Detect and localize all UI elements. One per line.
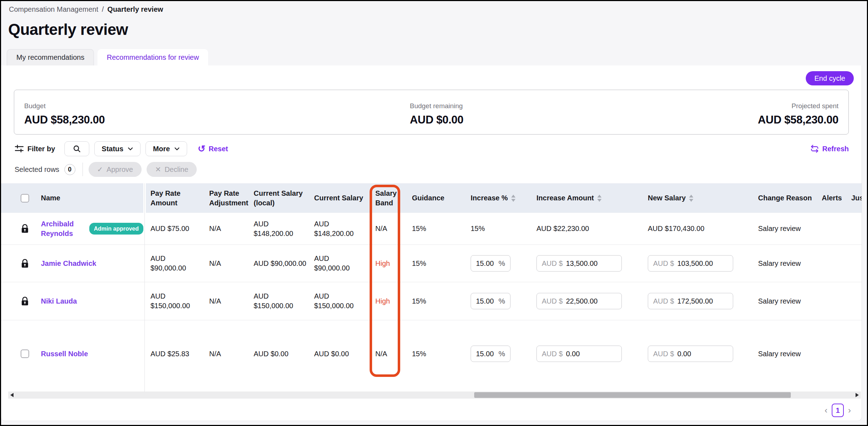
- scroll-left-arrow[interactable]: [10, 393, 14, 397]
- filter-by-text: Filter by: [27, 145, 55, 153]
- salary-band-cell: N/A: [364, 224, 401, 233]
- table-row: Jamie Chadwick AUD $90,000.00 N/A AUD $9…: [1, 245, 862, 282]
- column-header-current-salary: Current Salary: [307, 193, 364, 203]
- budget-item: Budget AUD $58,230.00: [24, 102, 105, 126]
- tab-my-recommendations[interactable]: My recommendations: [7, 49, 94, 65]
- increase-pct-input[interactable]: [476, 259, 498, 268]
- column-header-name: Name: [35, 193, 143, 203]
- status-filter-dropdown[interactable]: Status: [94, 141, 141, 156]
- column-header-pay-rate-amount: Pay Rate Amount: [143, 189, 202, 208]
- table-row: Niki Lauda AUD $150,000.00 N/A AUD $150,…: [1, 282, 862, 320]
- budget-summary-card: Budget AUD $58,230.00 Budget remaining A…: [14, 90, 849, 135]
- pay-rate-amount-cell: AUD $90,000.00: [143, 254, 202, 273]
- breadcrumb-parent-link[interactable]: Compensation Management: [9, 5, 98, 14]
- refresh-icon: [810, 145, 819, 153]
- lock-icon: [21, 224, 29, 233]
- reset-filters-button[interactable]: ↺ Reset: [198, 144, 228, 153]
- search-button[interactable]: [64, 141, 89, 156]
- new-salary-cell: AUD $170,430.00: [642, 224, 753, 233]
- currency-prefix: AUD $: [542, 296, 563, 306]
- selected-rows-count-badge: 0: [64, 164, 75, 175]
- employee-name-link[interactable]: Jamie Chadwick: [41, 259, 96, 268]
- row-checkbox[interactable]: [21, 349, 29, 358]
- employee-name-link[interactable]: Niki Lauda: [41, 296, 77, 306]
- pay-rate-adjustment-cell: N/A: [202, 259, 247, 268]
- increase-pct-input[interactable]: [476, 350, 498, 358]
- current-salary-local-cell: AUD $148,200.00: [247, 219, 307, 238]
- pinned-column-divider: [144, 183, 145, 392]
- column-header-justification: Justification: [848, 193, 862, 203]
- percent-suffix: %: [498, 349, 505, 359]
- filter-sliders-icon: [15, 144, 24, 153]
- compensation-review-screen: Compensation Management / Quarterly revi…: [0, 0, 868, 426]
- percent-suffix: %: [498, 258, 505, 268]
- increase-pct-input-box: %: [471, 255, 510, 272]
- increase-amount-input[interactable]: [566, 259, 616, 268]
- pay-rate-amount-cell: AUD $75.00: [143, 224, 202, 233]
- lock-icon: [21, 259, 29, 268]
- selected-rows-label: Selected rows: [15, 165, 59, 174]
- chevron-down-icon: [128, 147, 133, 151]
- employee-name-link[interactable]: Russell Noble: [41, 349, 88, 359]
- sort-increase-pct-button[interactable]: [511, 195, 515, 202]
- decline-label: Decline: [165, 165, 189, 174]
- breadcrumb-current: Quarterly review: [107, 5, 163, 14]
- more-filters-dropdown[interactable]: More: [145, 141, 187, 156]
- tab-label: Recommendations for review: [107, 53, 199, 62]
- pay-rate-adjustment-cell: N/A: [202, 349, 247, 359]
- current-salary-cell: AUD $150,000.00: [307, 291, 364, 311]
- pagination: ‹ 1 ›: [825, 404, 851, 417]
- projected-spent-label: Projected spent: [758, 102, 838, 110]
- change-reason-cell: Salary review: [753, 259, 817, 268]
- salary-band-cell: N/A: [364, 349, 401, 359]
- refresh-label: Refresh: [822, 145, 849, 153]
- page-number-button[interactable]: 1: [832, 404, 844, 417]
- increase-amount-input[interactable]: [566, 297, 616, 305]
- previous-page-button[interactable]: ‹: [825, 406, 827, 415]
- new-salary-input[interactable]: [677, 350, 728, 358]
- reset-icon: ↺: [198, 144, 206, 153]
- select-all-checkbox[interactable]: [21, 194, 29, 203]
- current-salary-local-cell: AUD $150,000.00: [247, 291, 307, 311]
- header-label: Increase Amount: [536, 193, 594, 203]
- status-filter-label: Status: [102, 145, 123, 153]
- budget-remaining-label: Budget remaining: [410, 102, 464, 110]
- header-label: New Salary: [648, 193, 686, 203]
- next-page-button[interactable]: ›: [848, 406, 851, 415]
- employee-name-link[interactable]: Archibald Reynolds: [41, 219, 85, 238]
- refresh-button[interactable]: Refresh: [810, 145, 849, 153]
- currency-prefix: AUD $: [542, 349, 563, 359]
- pay-rate-adjustment-cell: N/A: [202, 224, 247, 233]
- new-salary-input[interactable]: [677, 259, 728, 268]
- horizontal-scrollbar[interactable]: [8, 391, 861, 399]
- column-header-alerts: Alerts: [817, 193, 848, 203]
- currency-prefix: AUD $: [653, 259, 674, 268]
- increase-amount-input[interactable]: [566, 350, 616, 358]
- x-icon: ✕: [155, 165, 161, 174]
- scroll-right-arrow[interactable]: [856, 393, 859, 397]
- new-salary-input[interactable]: [677, 297, 728, 305]
- scrollbar-thumb[interactable]: [474, 392, 791, 398]
- divider: [83, 163, 83, 176]
- filter-bar: Filter by Status More ↺ Reset: [15, 141, 849, 157]
- current-salary-local-cell: AUD $0.00: [247, 349, 307, 359]
- column-header-salary-band: Salary Band: [364, 189, 401, 208]
- sort-increase-amount-button[interactable]: [597, 195, 602, 202]
- column-header-increase-pct: Increase %: [464, 193, 531, 203]
- approve-button[interactable]: ✓ Approve: [89, 162, 142, 177]
- increase-pct-cell: 15%: [464, 224, 531, 233]
- current-salary-cell: AUD $148,200.00: [307, 219, 364, 238]
- currency-prefix: AUD $: [653, 296, 674, 306]
- more-filters-label: More: [153, 145, 170, 153]
- new-salary-input-box: AUD $: [648, 255, 733, 272]
- change-reason-cell: Salary review: [753, 296, 817, 306]
- increase-pct-input[interactable]: [476, 297, 498, 305]
- lock-icon: [21, 296, 29, 306]
- salary-band-cell: High: [364, 296, 401, 306]
- end-cycle-button[interactable]: End cycle: [806, 71, 854, 85]
- decline-button[interactable]: ✕ Decline: [147, 162, 197, 177]
- tab-recommendations-for-review[interactable]: Recommendations for review: [97, 49, 208, 65]
- projected-spent-item: Projected spent AUD $58,230.00: [758, 102, 838, 126]
- table-row: Russell Noble AUD $25.83 N/A AUD $0.00 A…: [1, 320, 862, 387]
- sort-new-salary-button[interactable]: [689, 195, 693, 202]
